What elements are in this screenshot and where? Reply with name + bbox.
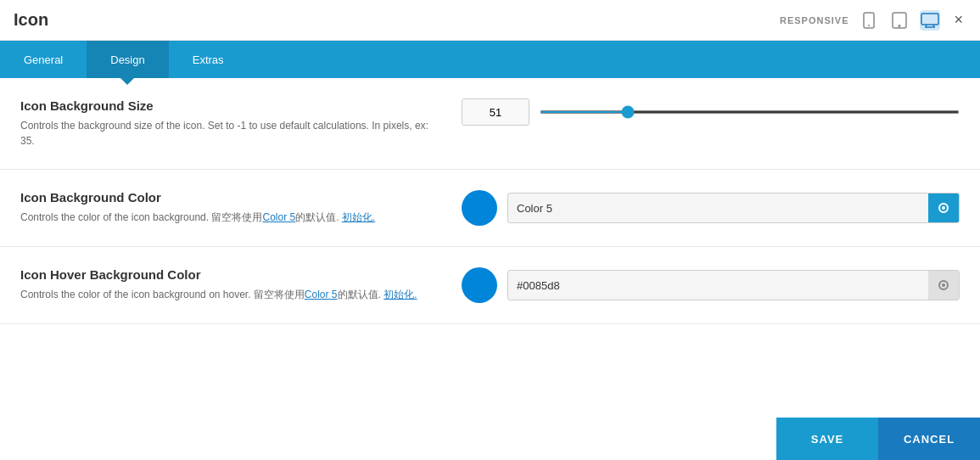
svg-point-11: [942, 283, 945, 287]
page-title: Icon: [14, 10, 48, 30]
background-size-controls: [462, 98, 960, 126]
header: Icon RESPONSIVE ×: [0, 0, 980, 41]
section-background-size: Icon Background Size Controls the backgr…: [0, 78, 980, 170]
tab-bar: General Design Extras: [0, 41, 980, 78]
tab-general[interactable]: General: [0, 41, 87, 78]
background-color-input-wrapper: [507, 193, 960, 223]
background-color-desc-suffix: 的默认值.: [295, 211, 342, 223]
section-background-color: Icon Background Color Controls the color…: [0, 170, 980, 247]
color5-link[interactable]: Color 5: [262, 211, 295, 223]
background-size-title: Icon Background Size: [20, 98, 445, 113]
hover-color-desc: Controls the color of the icon backgroun…: [20, 287, 445, 302]
background-color-desc-plain: Controls the color of the icon backgroun…: [20, 211, 262, 223]
background-color-picker-btn[interactable]: [928, 193, 959, 223]
background-size-input[interactable]: [462, 98, 529, 126]
background-size-slider[interactable]: [540, 110, 960, 114]
hover-color-title: Icon Hover Background Color: [20, 267, 445, 282]
close-button[interactable]: ×: [950, 8, 966, 32]
footer: SAVE CANCEL: [776, 418, 980, 460]
mobile-icon[interactable]: [859, 10, 879, 31]
background-color-swatch[interactable]: [462, 190, 497, 226]
background-color-title: Icon Background Color: [20, 190, 445, 205]
hover-color-input-wrapper: [507, 270, 960, 300]
cancel-button[interactable]: CANCEL: [878, 418, 980, 460]
section-left-background-color: Icon Background Color Controls the color…: [20, 190, 445, 225]
background-color-input[interactable]: [508, 202, 928, 215]
hover-color-picker-btn[interactable]: [928, 270, 959, 300]
background-color-desc: Controls the color of the icon backgroun…: [20, 210, 445, 225]
background-color-controls: [462, 190, 960, 226]
save-button[interactable]: SAVE: [776, 418, 878, 460]
section-hover-color: Icon Hover Background Color Controls the…: [0, 247, 980, 324]
tablet-icon[interactable]: [889, 10, 910, 31]
background-size-desc: Controls the background size of the icon…: [20, 118, 445, 149]
svg-point-3: [899, 25, 901, 26]
section-left-background-size: Icon Background Size Controls the backgr…: [20, 98, 445, 149]
hover-color-input[interactable]: [508, 279, 928, 292]
header-controls: RESPONSIVE ×: [780, 8, 966, 32]
hover-color-swatch[interactable]: [462, 267, 497, 303]
tab-design[interactable]: Design: [87, 41, 168, 78]
monitor-icon[interactable]: [920, 10, 940, 31]
hover-reset-link[interactable]: 初始化.: [384, 289, 417, 300]
svg-point-9: [942, 206, 945, 210]
tab-extras[interactable]: Extras: [169, 41, 248, 78]
background-size-slider-container: [540, 110, 960, 114]
responsive-label: RESPONSIVE: [780, 15, 849, 25]
section-left-hover-color: Icon Hover Background Color Controls the…: [20, 267, 445, 302]
hover-color5-link[interactable]: Color 5: [305, 289, 338, 300]
svg-rect-4: [921, 14, 938, 25]
hover-color-controls: [462, 267, 960, 303]
svg-point-1: [868, 25, 870, 26]
main-content: Icon Background Size Controls the backgr…: [0, 78, 980, 418]
reset-link[interactable]: 初始化.: [342, 211, 375, 223]
